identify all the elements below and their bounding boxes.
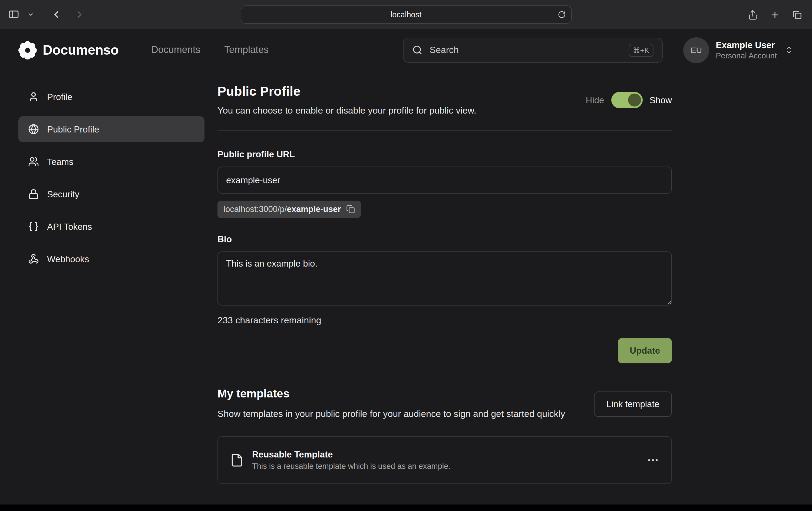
page-subtitle: You can choose to enable or disable your… bbox=[218, 106, 476, 116]
share-icon[interactable] bbox=[748, 9, 758, 20]
profile-url-text: localhost:3000/p/example-user bbox=[224, 204, 341, 214]
sidebar-item-label: Security bbox=[47, 189, 79, 199]
sidebar-item-webhooks[interactable]: Webhooks bbox=[19, 246, 204, 272]
main-nav: Documents Templates bbox=[151, 44, 269, 56]
browser-chrome: localhost bbox=[0, 0, 812, 29]
user-menu[interactable]: EU Example User Personal Account bbox=[683, 37, 793, 63]
documenso-logo[interactable]: Documenso bbox=[19, 41, 119, 59]
chevrons-up-down-icon bbox=[784, 46, 793, 55]
sidebar-item-label: Profile bbox=[47, 92, 72, 102]
sidebar-item-label: Public Profile bbox=[47, 124, 99, 134]
avatar: EU bbox=[683, 37, 709, 63]
url-field-label: Public profile URL bbox=[218, 149, 672, 159]
sidebar-item-security[interactable]: Security bbox=[19, 181, 204, 207]
reload-icon[interactable] bbox=[557, 10, 566, 19]
nav-templates[interactable]: Templates bbox=[224, 44, 269, 56]
window-bottom-strip bbox=[0, 505, 812, 511]
brand-name: Documenso bbox=[43, 42, 119, 58]
address-bar[interactable]: localhost bbox=[240, 5, 572, 24]
my-templates-description: Show templates in your public profile fo… bbox=[218, 407, 565, 421]
documenso-logo-icon bbox=[19, 41, 37, 59]
link-template-button[interactable]: Link template bbox=[594, 391, 672, 417]
back-button-icon[interactable] bbox=[51, 9, 62, 20]
sidebar-item-label: API Tokens bbox=[47, 221, 92, 232]
toggle-knob bbox=[628, 94, 641, 107]
bio-field-label: Bio bbox=[218, 234, 672, 244]
template-menu-button[interactable] bbox=[646, 453, 660, 467]
sidebar-item-teams[interactable]: Teams bbox=[19, 149, 204, 175]
profile-url-chip[interactable]: localhost:3000/p/example-user bbox=[218, 201, 361, 218]
characters-remaining: 233 characters remaining bbox=[218, 315, 672, 326]
profile-visibility-toggle[interactable] bbox=[611, 92, 642, 108]
user-account-type: Personal Account bbox=[716, 51, 777, 60]
sidebar-item-label: Webhooks bbox=[47, 254, 89, 264]
settings-sidebar: Profile Public Profile Teams Security AP… bbox=[19, 84, 204, 272]
sidebar-item-public-profile[interactable]: Public Profile bbox=[19, 116, 204, 142]
template-name: Reusable Template bbox=[252, 449, 451, 460]
user-icon bbox=[28, 91, 39, 102]
show-label: Show bbox=[649, 95, 672, 105]
bio-textarea[interactable]: This is an example bio. bbox=[218, 251, 672, 305]
chevron-down-icon[interactable] bbox=[28, 11, 34, 18]
braces-icon bbox=[28, 221, 39, 232]
page-title: Public Profile bbox=[218, 84, 476, 99]
address-bar-url: localhost bbox=[390, 10, 422, 19]
lock-icon bbox=[28, 189, 39, 200]
new-tab-icon[interactable] bbox=[770, 9, 780, 20]
tab-overview-icon[interactable] bbox=[792, 9, 802, 20]
sidebar-item-label: Teams bbox=[47, 156, 73, 167]
profile-url-input[interactable] bbox=[218, 167, 672, 193]
sidebar-item-api-tokens[interactable]: API Tokens bbox=[19, 214, 204, 240]
sidebar-item-profile[interactable]: Profile bbox=[19, 84, 204, 110]
main-content: Public Profile You can choose to enable … bbox=[218, 84, 672, 484]
file-icon bbox=[230, 453, 244, 467]
search-placeholder: Search bbox=[430, 44, 459, 55]
nav-documents[interactable]: Documents bbox=[151, 44, 200, 56]
update-button[interactable]: Update bbox=[618, 338, 672, 363]
search-input[interactable]: Search ⌘+K bbox=[403, 37, 663, 62]
search-icon bbox=[412, 45, 423, 55]
template-description: This is a reusable template which is use… bbox=[252, 462, 451, 471]
browser-window: localhost bbox=[0, 0, 812, 511]
user-name: Example User bbox=[716, 40, 777, 50]
search-shortcut: ⌘+K bbox=[629, 43, 654, 57]
sidebar-toggle-icon[interactable] bbox=[8, 9, 20, 20]
forward-button-icon[interactable] bbox=[74, 9, 85, 20]
section-divider bbox=[218, 130, 672, 131]
template-card: Reusable Template This is a reusable tem… bbox=[218, 436, 672, 484]
copy-icon[interactable] bbox=[346, 205, 355, 214]
my-templates-title: My templates bbox=[218, 387, 565, 400]
users-icon bbox=[28, 156, 39, 167]
webhook-icon bbox=[28, 253, 39, 264]
app-header: Documenso Documents Templates Search ⌘+K… bbox=[0, 29, 812, 71]
globe-icon bbox=[28, 124, 39, 134]
visibility-toggle-group: Hide Show bbox=[586, 92, 672, 108]
hide-label: Hide bbox=[586, 95, 604, 105]
